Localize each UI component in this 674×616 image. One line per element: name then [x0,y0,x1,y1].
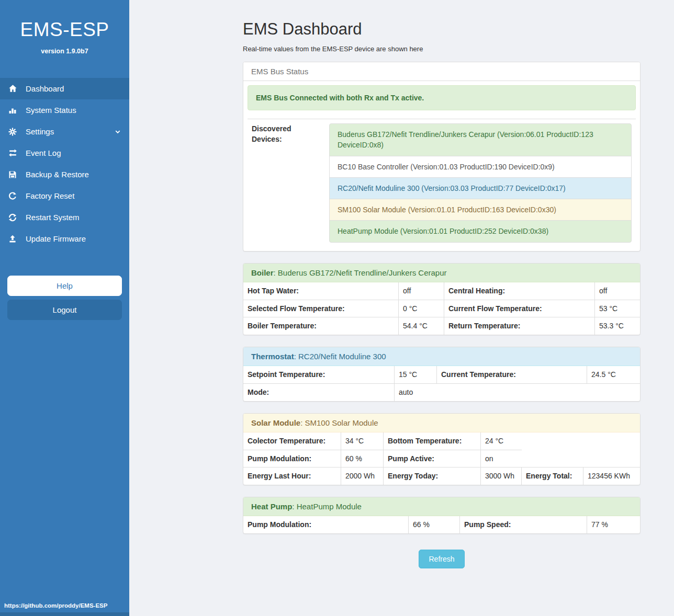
bus-status-panel-title: EMS Bus Status [243,62,640,81]
device-list: Buderus GB172/Nefit Trendline/Junkers Ce… [329,123,632,243]
table-cell-label: Current Flow Temperature: [444,300,595,317]
sidebar-item-label: Backup & Restore [26,170,89,179]
table-cell-label: Mode: [243,383,395,401]
table-cell-label: Boiler Temperature: [243,317,399,335]
boiler-panel: Boiler: Buderus GB172/Nefit Trendline/Ju… [243,263,641,335]
table-cell-label: Central Heating: [444,282,595,300]
table-cell-label: Current Temperature: [437,366,587,383]
app-title: EMS-ESP [0,19,129,41]
solar-heading-type: Solar Module [251,418,300,427]
device-item: HeatPump Module (Version:01.01 ProductID… [329,220,632,242]
table-cell-value: off [399,282,444,300]
sidebar-bottom-strip [0,612,129,616]
sidebar-item-label: Settings [26,127,54,136]
thermostat-panel-heading: Thermostat: RC20/Nefit Moduline 300 [243,347,640,366]
boiler-heading-device: : Buderus GB172/Nefit Trendline/Junkers … [274,268,447,277]
table-cell-empty [522,432,641,450]
bar-chart-icon [7,106,18,115]
sidebar-item-system-status[interactable]: System Status [0,99,129,121]
table-cell-value: 60 % [341,450,384,467]
page-subtitle: Real-time values from the EMS-ESP device… [243,45,641,53]
repeat-icon [7,192,18,200]
sidebar-item-label: Event Log [26,149,61,157]
table-cell-label: Colector Temperature: [243,432,341,450]
boiler-table: Hot Tap Water: off Central Heating: off … [243,282,641,335]
bus-status-panel: EMS Bus Status EMS Bus Connected with bo… [243,62,641,252]
chevron-down-icon [115,129,121,135]
table-cell-label: Return Temperature: [444,317,595,335]
boiler-panel-heading: Boiler: Buderus GB172/Nefit Trendline/Ju… [243,264,640,282]
sidebar-item-settings[interactable]: Settings [0,121,129,142]
table-cell-value: 3000 Wh [481,467,522,485]
device-item: BC10 Base Controller (Version:01.03 Prod… [329,156,632,178]
table-cell-label: Pump Speed: [460,516,587,533]
table-cell-value: 53 °C [595,300,641,317]
device-item: RC20/Nefit Moduline 300 (Version:03.03 P… [329,177,632,199]
solar-module-panel: Solar Module: SM100 Solar Module Colecto… [243,413,641,485]
sidebar-item-backup-restore[interactable]: Backup & Restore [0,164,129,185]
discovered-devices-table: Discovered Devices: Buderus GB172/Nefit … [248,119,636,247]
main-content: EMS Dashboard Real-time values from the … [129,0,674,589]
thermostat-heading-device: : RC20/Nefit Moduline 300 [294,352,386,361]
table-cell-value: on [481,450,522,467]
thermostat-heading-type: Thermostat [251,352,294,361]
sidebar-item-update-firmware[interactable]: Update Firmware [0,228,129,249]
table-cell-value: 123456 KWh [583,467,641,485]
logout-button[interactable]: Logout [7,300,122,320]
upload-icon [7,235,18,243]
table-cell-label: Energy Total: [522,467,583,485]
sidebar-item-factory-reset[interactable]: Factory Reset [0,185,129,207]
bus-status-alert: EMS Bus Connected with both Rx and Tx ac… [248,85,636,110]
solar-table: Colector Temperature: 34 °C Bottom Tempe… [243,432,641,485]
boiler-heading-type: Boiler [251,268,274,277]
sidebar-item-label: Factory Reset [26,191,74,200]
table-cell-label: Energy Today: [384,467,481,485]
brand: EMS-ESP version 1.9.0b7 [0,0,129,55]
heat-pump-heading-device: : HeatPump Module [292,502,362,511]
device-item: Buderus GB172/Nefit Trendline/Junkers Ce… [329,123,632,156]
home-icon [7,84,18,93]
help-button[interactable]: Help [7,276,122,296]
heat-pump-table: Pump Modulation: 66 % Pump Speed: 77 % [243,516,641,533]
sidebar-item-label: Restart System [26,213,80,222]
app-version: version 1.9.0b7 [0,48,129,55]
page-title: EMS Dashboard [243,20,641,39]
table-cell-value: 24.5 °C [587,366,641,383]
table-cell-label: Pump Modulation: [243,450,341,467]
table-cell-label: Hot Tap Water: [243,282,399,300]
table-cell-value: 0 °C [399,300,444,317]
sidebar-item-label: System Status [26,106,76,115]
table-cell-label: Pump Modulation: [243,516,409,533]
table-cell-label: Setpoint Temperature: [243,366,395,383]
table-cell-label: Bottom Temperature: [384,432,481,450]
table-cell-value: off [595,282,641,300]
sidebar-item-label: Dashboard [26,84,64,93]
table-cell-empty [522,450,641,467]
table-cell-value: 66 % [409,516,460,533]
thermostat-panel: Thermostat: RC20/Nefit Moduline 300 Setp… [243,347,641,402]
exchange-icon [7,149,18,157]
heat-pump-panel-heading: Heat Pump: HeatPump Module [243,497,640,516]
table-cell-value: 15 °C [395,366,437,383]
discovered-devices-label: Discovered Devices: [248,119,325,247]
table-cell-label: Selected Flow Temperature: [243,300,399,317]
sidebar-item-event-log[interactable]: Event Log [0,142,129,164]
device-item: SM100 Solar Module (Version:01.01 Produc… [329,199,632,221]
gear-icon [7,128,18,136]
table-cell-value: 53.3 °C [595,317,641,335]
sidebar-item-label: Update Firmware [26,234,86,243]
thermostat-table: Setpoint Temperature: 15 °C Current Temp… [243,366,641,401]
heat-pump-heading-type: Heat Pump [251,502,292,511]
solar-heading-device: : SM100 Solar Module [300,418,378,427]
refresh-button[interactable]: Refresh [419,550,464,568]
heat-pump-panel: Heat Pump: HeatPump Module Pump Modulati… [243,497,641,534]
table-cell-value: 34 °C [341,432,384,450]
table-cell-value: 2000 Wh [341,467,384,485]
sidebar-item-dashboard[interactable]: Dashboard [0,78,129,99]
table-cell-label: Pump Active: [384,450,481,467]
table-cell-label: Energy Last Hour: [243,467,341,485]
solar-panel-heading: Solar Module: SM100 Solar Module [243,414,640,432]
sidebar-nav: Dashboard System Status [0,78,129,249]
table-cell-value: 24 °C [481,432,522,450]
sidebar-item-restart-system[interactable]: Restart System [0,207,129,228]
